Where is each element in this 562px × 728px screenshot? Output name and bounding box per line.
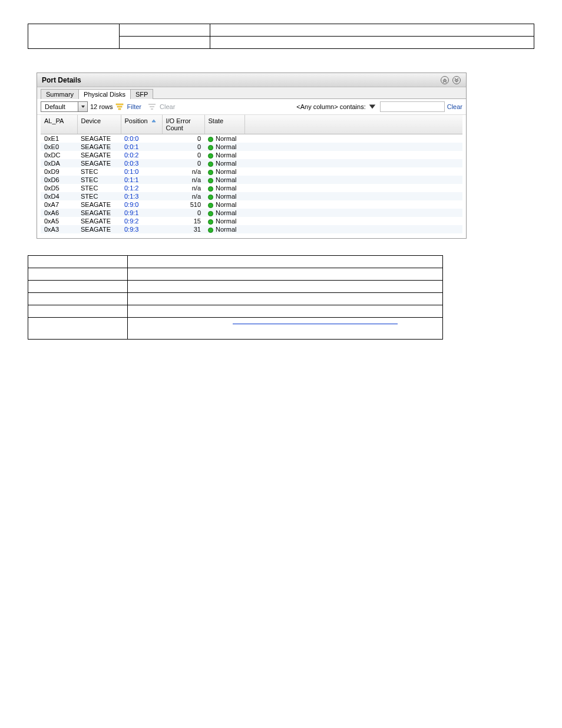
- chevron-down-icon[interactable]: [368, 103, 376, 111]
- lower-r3-c0: [28, 293, 128, 305]
- cell-position[interactable]: 0:0:2: [121, 151, 162, 159]
- cell-position[interactable]: 0:9:0: [121, 200, 162, 209]
- table-row[interactable]: 0xD4STEC0:1:3n/aNormal: [41, 192, 462, 200]
- cell-position[interactable]: 0:1:2: [121, 184, 162, 192]
- cell-position[interactable]: 0:9:2: [121, 217, 162, 225]
- table-row[interactable]: 0xD6STEC0:1:1n/aNormal: [41, 176, 462, 184]
- cell-state: Normal: [204, 167, 244, 176]
- cell-state: Normal: [204, 217, 244, 225]
- cell-state: Normal: [204, 192, 244, 200]
- upper-r0-c2: [210, 24, 534, 37]
- col-position[interactable]: Position: [121, 115, 162, 134]
- cell-al-pa: 0xE1: [41, 134, 77, 143]
- table-row[interactable]: 0xDASEAGATE0:0:30Normal: [41, 159, 462, 167]
- cell-device: SEAGATE: [77, 151, 121, 159]
- table-row[interactable]: 0xD5STEC0:1:2n/aNormal: [41, 184, 462, 192]
- filter-icon: [115, 103, 124, 111]
- cell-state: Normal: [204, 200, 244, 209]
- cell-device: SEAGATE: [77, 134, 121, 143]
- col-io-error[interactable]: I/O Error Count: [162, 115, 204, 134]
- upper-r0-c0: [28, 24, 120, 49]
- lower-r1-c1: [128, 268, 443, 281]
- status-dot-icon: [208, 137, 213, 142]
- cell-state: Normal: [204, 159, 244, 167]
- cell-state: Normal: [204, 134, 244, 143]
- cell-al-pa: 0xA3: [41, 225, 77, 233]
- cell-position[interactable]: 0:1:0: [121, 167, 162, 176]
- cell-al-pa: 0xD6: [41, 176, 77, 184]
- cell-spacer: [244, 184, 462, 192]
- cell-device: SEAGATE: [77, 217, 121, 225]
- cell-position[interactable]: 0:1:3: [121, 192, 162, 200]
- cell-al-pa: 0xDA: [41, 159, 77, 167]
- lower-definition-table: [28, 255, 443, 340]
- status-dot-icon: [208, 153, 213, 159]
- cell-spacer: [244, 217, 462, 225]
- status-dot-icon: [208, 178, 213, 183]
- cell-spacer: [244, 143, 462, 151]
- filter-button[interactable]: Filter: [127, 103, 141, 110]
- cell-io-error: 0: [162, 134, 204, 143]
- cell-device: SEAGATE: [77, 159, 121, 167]
- cell-al-pa: 0xE0: [41, 143, 77, 151]
- cell-spacer: [244, 192, 462, 200]
- col-device[interactable]: Device: [77, 115, 121, 134]
- reference-link[interactable]: [233, 324, 398, 333]
- table-row[interactable]: 0xE0SEAGATE0:0:10Normal: [41, 143, 462, 151]
- cell-io-error: n/a: [162, 184, 204, 192]
- cell-device: STEC: [77, 184, 121, 192]
- status-dot-icon: [208, 145, 213, 150]
- lower-r0-c0: [28, 256, 128, 268]
- search-scope-label[interactable]: <Any column> contains:: [296, 103, 365, 110]
- svg-rect-4: [118, 108, 121, 110]
- cell-io-error: 0: [162, 143, 204, 151]
- status-dot-icon: [208, 219, 213, 225]
- table-row[interactable]: 0xA6SEAGATE0:9:10Normal: [41, 209, 462, 217]
- cell-al-pa: 0xD4: [41, 192, 77, 200]
- cell-position[interactable]: 0:0:3: [121, 159, 162, 167]
- table-row[interactable]: 0xDCSEAGATE0:0:20Normal: [41, 151, 462, 159]
- clear-search-button[interactable]: Clear: [447, 103, 462, 110]
- cell-position[interactable]: 0:9:1: [121, 209, 162, 217]
- cell-state: Normal: [204, 151, 244, 159]
- table-row[interactable]: 0xD9STEC0:1:0n/aNormal: [41, 167, 462, 176]
- cell-device: STEC: [77, 167, 121, 176]
- view-select[interactable]: Default: [41, 101, 88, 112]
- lower-r4-c1: [128, 305, 443, 318]
- cell-spacer: [244, 134, 462, 143]
- cell-state: Normal: [204, 225, 244, 233]
- table-row[interactable]: 0xA5SEAGATE0:9:215Normal: [41, 217, 462, 225]
- cell-spacer: [244, 151, 462, 159]
- lower-r0-c1: [128, 256, 443, 268]
- row-count-label: 12 rows: [90, 103, 113, 110]
- cell-position[interactable]: 0:0:1: [121, 143, 162, 151]
- cell-position[interactable]: 0:0:0: [121, 134, 162, 143]
- search-input[interactable]: [380, 101, 445, 112]
- tab-physical-disks[interactable]: Physical Disks: [78, 89, 131, 99]
- table-row[interactable]: 0xA3SEAGATE0:9:331Normal: [41, 225, 462, 233]
- cell-io-error: 0: [162, 151, 204, 159]
- physical-disks-table: AL_PA Device Position I/O Error Count St…: [41, 115, 462, 233]
- cell-state: Normal: [204, 176, 244, 184]
- col-spacer: [244, 115, 462, 134]
- tabs: SummaryPhysical DisksSFP: [37, 87, 466, 99]
- clear-filter-button[interactable]: Clear: [160, 103, 175, 110]
- collapse-all-icon[interactable]: [440, 75, 449, 85]
- lower-r1-c0: [28, 268, 128, 281]
- cell-al-pa: 0xA6: [41, 209, 77, 217]
- expand-all-icon[interactable]: [452, 75, 461, 85]
- col-state[interactable]: State: [204, 115, 244, 134]
- table-row[interactable]: 0xA7SEAGATE0:9:0510Normal: [41, 200, 462, 209]
- cell-position[interactable]: 0:1:1: [121, 176, 162, 184]
- col-al-pa[interactable]: AL_PA: [41, 115, 77, 134]
- cell-state: Normal: [204, 209, 244, 217]
- table-row[interactable]: 0xE1SEAGATE0:0:00Normal: [41, 134, 462, 143]
- cell-io-error: 510: [162, 200, 204, 209]
- tab-summary[interactable]: Summary: [41, 89, 79, 99]
- port-details-panel: Port Details SummaryPhysical DisksSFP De…: [37, 73, 467, 239]
- view-select-value: Default: [41, 103, 78, 110]
- cell-position[interactable]: 0:9:3: [121, 225, 162, 233]
- tab-sfp[interactable]: SFP: [130, 89, 153, 99]
- cell-io-error: n/a: [162, 176, 204, 184]
- upper-r1-c2: [210, 37, 534, 49]
